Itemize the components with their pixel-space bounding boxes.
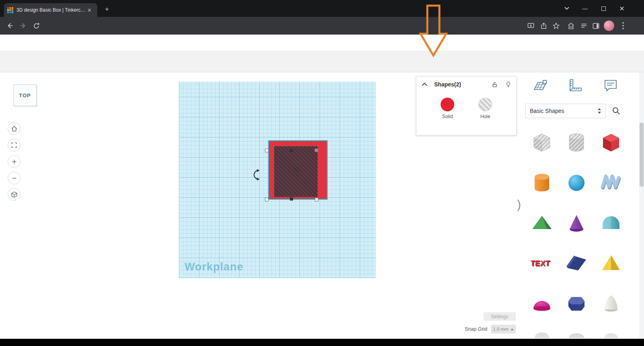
resize-handle-bottom-right[interactable] <box>315 198 318 201</box>
resize-handle-top-right[interactable] <box>315 149 318 152</box>
shapes-inspector-panel: Shapes(2) Solid Hole <box>416 76 517 135</box>
snap-grid-label: Snap Grid <box>465 326 487 332</box>
bottom-black-strip <box>0 339 644 346</box>
shape-tile-partial[interactable] <box>525 323 559 338</box>
text-tile-word: TEXT <box>530 259 550 267</box>
forward-icon[interactable] <box>18 20 29 31</box>
window-minimize-button[interactable]: — <box>579 3 591 14</box>
install-icon[interactable] <box>525 20 536 31</box>
ruler-tool-icon[interactable] <box>566 77 584 94</box>
shape-tile-hole-cylinder[interactable] <box>559 123 594 163</box>
kebab-menu-icon[interactable] <box>617 20 629 31</box>
tab-title: 3D design Basic Box | Tinkercad <box>16 7 86 13</box>
view-cube[interactable]: TOP <box>13 84 37 106</box>
shape-tile-paraboloid[interactable] <box>525 283 559 323</box>
editor-toolbar: Import Export Send To <box>0 51 644 72</box>
snap-grid-caret-icon <box>511 328 514 330</box>
share-icon[interactable] <box>538 20 549 31</box>
visibility-bulb-icon[interactable] <box>505 81 511 88</box>
rotate-handle-icon[interactable] <box>252 169 261 181</box>
shapes-panel-title: Shapes(2) <box>434 81 492 88</box>
tab-search-chevron-icon[interactable] <box>561 3 572 14</box>
shape-tile-pyramid[interactable] <box>594 243 628 283</box>
settings-button[interactable]: Settings <box>484 312 516 321</box>
dropdown-stepper-icon <box>597 108 601 114</box>
shape-tile-scribble[interactable] <box>594 163 628 203</box>
solid-option[interactable]: Solid <box>441 98 454 119</box>
shape-tile-box[interactable] <box>594 123 628 163</box>
shape-tile-partial[interactable] <box>559 323 594 338</box>
home-view-button[interactable] <box>8 122 21 135</box>
workplane-tool-icon[interactable] <box>531 77 549 94</box>
shape-tile-roof[interactable] <box>525 203 559 243</box>
solid-color-swatch[interactable] <box>441 98 454 111</box>
shape-category-value: Basic Shapes <box>530 108 597 114</box>
shape-tile-cone[interactable] <box>559 203 594 243</box>
shape-tile-sphere[interactable] <box>559 163 594 203</box>
perspective-toggle-button[interactable] <box>8 188 21 201</box>
back-icon[interactable] <box>4 20 15 31</box>
snap-grid-value: 1.0 mm <box>493 327 508 332</box>
extensions-puzzle-icon[interactable] <box>565 20 576 31</box>
tab-close-icon[interactable]: ✕ <box>87 7 92 13</box>
window-maximize-button[interactable] <box>597 3 609 14</box>
shape-tile-partial[interactable] <box>594 323 628 338</box>
view-cube-label: TOP <box>19 92 31 98</box>
shapes-sidebar: Basic Shapes <box>525 72 640 339</box>
shape-gallery: TEXT TEXT <box>525 123 628 346</box>
sidebar-scrollbar[interactable] <box>639 72 644 339</box>
scrollbar-thumb[interactable] <box>640 123 644 187</box>
unlock-icon[interactable] <box>492 81 498 88</box>
shape-center-handle[interactable] <box>295 167 299 171</box>
bookmark-star-icon[interactable] <box>550 20 562 31</box>
browser-tab-strip: 3D design Basic Box | Tinkercad ✕ + — ✕ <box>0 0 644 17</box>
sidebar-collapse-handle[interactable]: ) <box>517 198 521 211</box>
resize-handle-bottom-left[interactable] <box>265 198 269 201</box>
shape-tile-wedge[interactable] <box>559 243 594 283</box>
shape-category-dropdown[interactable]: Basic Shapes <box>525 104 606 118</box>
shape-tile-polygon[interactable] <box>559 283 594 323</box>
new-tab-button[interactable]: + <box>103 5 111 13</box>
shape-tile-text[interactable]: TEXT TEXT <box>525 243 559 283</box>
reload-icon[interactable] <box>31 20 42 31</box>
search-shapes-icon[interactable] <box>610 104 623 117</box>
side-panel-icon[interactable] <box>590 20 601 31</box>
hole-option[interactable]: Hole <box>478 98 492 119</box>
shape-tile-cylinder[interactable] <box>525 163 559 203</box>
snap-grid-dropdown[interactable]: 1.0 mm <box>491 325 516 334</box>
solid-label: Solid <box>442 114 453 119</box>
zoom-in-button[interactable] <box>8 155 21 168</box>
resize-handle-top-mid[interactable] <box>290 149 293 152</box>
browser-profile-avatar[interactable] <box>604 20 614 31</box>
app-header: T I N K E R C A D Basic Box <box>0 35 644 51</box>
resize-handle-top-left[interactable] <box>265 149 269 152</box>
collapse-chevron-icon[interactable] <box>421 82 428 86</box>
reading-list-icon[interactable] <box>578 20 589 31</box>
shape-tile-round-roof[interactable] <box>594 203 628 243</box>
shape-tile-half-sphere[interactable] <box>594 283 628 323</box>
hole-label: Hole <box>480 114 490 119</box>
browser-navbar: tinkercad.com/things/kAqjLvUJpra-basic-b… <box>0 17 644 35</box>
tinkercad-favicon <box>7 7 13 13</box>
shape-tile-hole-box[interactable] <box>525 123 559 163</box>
fit-view-button[interactable] <box>8 139 21 152</box>
workplane-label: Workplane <box>185 261 244 273</box>
browser-tab[interactable]: 3D design Basic Box | Tinkercad ✕ <box>4 3 97 17</box>
notes-tool-icon[interactable] <box>602 77 619 94</box>
window-close-button[interactable]: ✕ <box>616 3 628 14</box>
shape-hole-box[interactable] <box>274 146 318 197</box>
hole-swatch[interactable] <box>478 98 492 111</box>
resize-handle-bottom-mid[interactable] <box>290 197 293 201</box>
zoom-out-button[interactable] <box>8 172 21 184</box>
